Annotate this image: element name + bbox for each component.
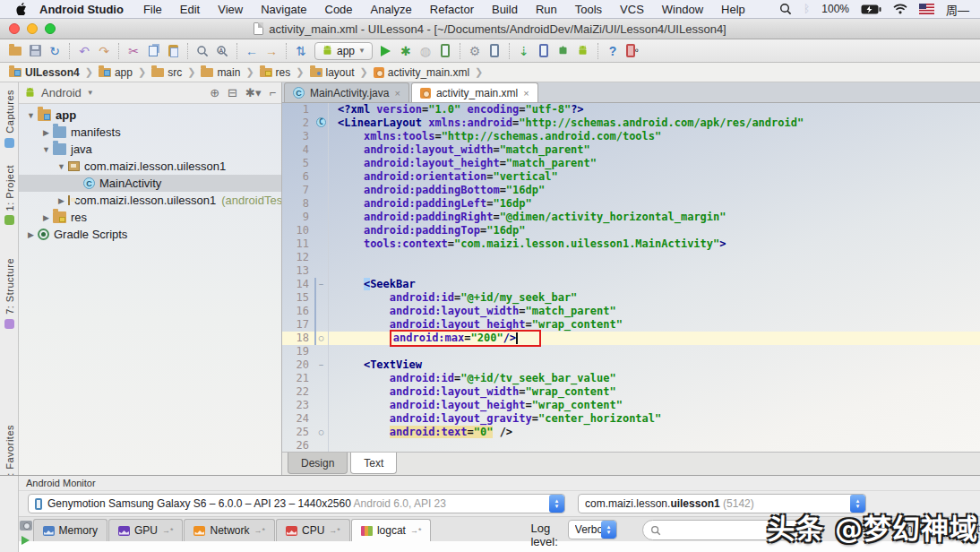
bluetooth-icon[interactable]: ᛒ	[804, 3, 810, 15]
breadcrumb-res[interactable]: res	[258, 66, 293, 79]
open-icon[interactable]	[5, 42, 25, 60]
hide-panel-icon[interactable]: ⌐	[269, 86, 276, 99]
tree-item-com-maizi-lesson-uilesson1[interactable]: ▶com.maizi.lesson.uilesson1(androidTes	[19, 192, 281, 209]
redo-icon[interactable]: ↷	[94, 42, 114, 60]
code-line-6[interactable]: 6 android:orientation="vertical"	[282, 170, 980, 184]
project-view-select[interactable]: Android	[41, 86, 82, 99]
apple-menu-icon[interactable]	[16, 3, 27, 15]
menu-analyze[interactable]: Analyze	[362, 3, 421, 16]
editor-tab-mainactivity-java[interactable]: CMainActivity.java×	[284, 82, 409, 102]
help-icon[interactable]: ?	[603, 42, 623, 60]
code-line-22[interactable]: 22 android:layout_width="wrap_content"	[282, 385, 980, 399]
undo-icon[interactable]: ↶	[74, 42, 94, 60]
monitor-tab-gpu[interactable]: GPU→*	[108, 519, 184, 541]
tree-expand-icon[interactable]: ▶	[39, 128, 53, 137]
code-line-5[interactable]: 5 android:layout_height="match_parent"	[282, 157, 980, 170]
copy-icon[interactable]	[143, 42, 163, 60]
tree-item-app[interactable]: ▼app	[19, 107, 281, 124]
code-line-19[interactable]: 19	[282, 345, 980, 358]
log-level-select[interactable]: Verbose ▲▼	[568, 520, 617, 539]
find-icon[interactable]	[193, 42, 212, 60]
code-line-11[interactable]: 11 tools:context="com.maizi.lesson.uiles…	[282, 237, 980, 251]
code-line-18[interactable]: 18○ android:max="200"/>	[282, 332, 980, 345]
code-line-2[interactable]: 2C<LinearLayout xmlns:android="http://sc…	[282, 116, 980, 130]
monitor-tab-cpu[interactable]: CPU→*	[276, 519, 350, 541]
save-icon[interactable]	[25, 42, 45, 60]
breadcrumb-uilesson4[interactable]: UILesson4	[7, 66, 82, 79]
replace-icon[interactable]: A	[212, 42, 232, 60]
zoom-window-button[interactable]	[45, 23, 56, 34]
battery-icon[interactable]	[861, 4, 881, 14]
menu-android-studio[interactable]: Android Studio	[32, 3, 134, 16]
editor-tab-activity-main-xml[interactable]: activity_main.xml×	[411, 82, 538, 102]
close-tab-icon[interactable]: ×	[394, 88, 400, 99]
sync-project-icon[interactable]: ⇣	[514, 42, 534, 60]
code-line-24[interactable]: 24 android:layout_gravity="center_horizo…	[282, 412, 980, 426]
tree-expand-icon[interactable]: ▶	[39, 213, 53, 222]
gear-icon[interactable]: ✱▾	[245, 86, 261, 99]
paste-icon[interactable]	[163, 42, 183, 60]
coverage-icon[interactable]: ◍	[416, 42, 435, 60]
breadcrumb-src[interactable]: src	[150, 66, 184, 79]
code-line-4[interactable]: 4 android:layout_width="match_parent"	[282, 143, 980, 157]
code-line-26[interactable]: 26	[282, 439, 980, 452]
tree-expand-icon[interactable]: ▶	[55, 196, 68, 205]
tree-item-gradle-scripts[interactable]: ▶Gradle Scripts	[19, 226, 281, 243]
tree-item-java[interactable]: ▼java	[19, 141, 281, 158]
menu-edit[interactable]: Edit	[171, 3, 209, 16]
code-line-23[interactable]: 23 android:layout_height="wrap_content"	[282, 399, 980, 412]
tab-design[interactable]: Design	[288, 453, 348, 474]
code-line-25[interactable]: 25○ android:text="0" />	[282, 426, 980, 439]
settings-wrench-icon[interactable]: ⚙	[465, 42, 485, 60]
cut-icon[interactable]: ✂	[124, 42, 143, 60]
android-monitor-title[interactable]: Android Monitor	[19, 476, 980, 491]
breadcrumb-app[interactable]: app	[97, 66, 134, 79]
breadcrumb-main[interactable]: main	[199, 66, 242, 79]
locate-file-icon[interactable]: ⊕	[210, 86, 219, 99]
breadcrumb-layout[interactable]: layout	[308, 66, 357, 79]
code-line-16[interactable]: 16 android:layout_width="match_parent"	[282, 305, 980, 318]
debug-icon[interactable]: ✱	[396, 42, 416, 60]
avd-manager-icon[interactable]	[485, 42, 504, 60]
tree-expand-icon[interactable]: ▼	[55, 162, 68, 171]
window-title-bar[interactable]: activity_main.xml - UILesson4 - [~/Docum…	[0, 19, 980, 39]
code-line-7[interactable]: 7 android:paddingBottom="16dp"	[282, 184, 980, 197]
screen-record-icon[interactable]: ∞	[623, 42, 642, 60]
code-line-12[interactable]: 12	[282, 251, 980, 264]
monitor-tab-logcat[interactable]: logcat→*	[351, 519, 432, 541]
code-line-13[interactable]: 13	[282, 264, 980, 278]
wifi-icon[interactable]	[893, 4, 907, 14]
run-configuration-select[interactable]: app ▼	[314, 42, 373, 60]
menu-refactor[interactable]: Refactor	[421, 3, 483, 16]
tree-expand-icon[interactable]: ▶	[24, 230, 38, 239]
code-line-10[interactable]: 10 android:paddingTop="16dp"	[282, 224, 980, 237]
screenshot-icon[interactable]	[20, 521, 32, 530]
menu-day-label[interactable]: 周—	[946, 1, 969, 18]
stripe-button-captures[interactable]: Captures	[0, 90, 19, 148]
code-line-15[interactable]: 15 android:id="@+id/my_seek_bar"	[282, 291, 980, 305]
sync-icon[interactable]: ↻	[45, 42, 64, 60]
code-editor[interactable]: 1<?xml version="1.0" encoding="utf-8"?>2…	[282, 103, 980, 452]
forward-icon[interactable]: →	[262, 42, 281, 60]
input-source-flag-icon[interactable]	[919, 4, 934, 14]
minimize-window-button[interactable]	[27, 23, 38, 34]
tree-item-com-maizi-lesson-uilesson1[interactable]: ▼com.maizi.lesson.uilesson1	[19, 158, 281, 175]
compare-icon[interactable]: ⇅	[291, 42, 311, 60]
android-robot-icon[interactable]	[573, 42, 593, 60]
monitor-tab-memory[interactable]: Memory	[33, 519, 107, 541]
sdk-manager-icon[interactable]	[534, 42, 554, 60]
tree-item-manifests[interactable]: ▶manifests	[19, 124, 281, 141]
screen-record-icon[interactable]	[21, 536, 30, 545]
tab-text[interactable]: Text	[350, 453, 397, 474]
close-window-button[interactable]	[9, 23, 20, 34]
menu-build[interactable]: Build	[483, 3, 527, 16]
back-icon[interactable]: ←	[242, 42, 262, 60]
code-line-1[interactable]: 1<?xml version="1.0" encoding="utf-8"?>	[282, 103, 980, 116]
menu-file[interactable]: File	[134, 3, 171, 16]
menu-view[interactable]: View	[209, 3, 252, 16]
code-line-20[interactable]: 20− <TextView	[282, 358, 980, 372]
device-select[interactable]: Genymotion Samsung Galaxy S6 – 6.0.0 – A…	[28, 494, 565, 513]
tree-expand-icon[interactable]: ▼	[39, 145, 53, 154]
stripe-button-project[interactable]: 1: Project	[0, 165, 19, 225]
code-line-14[interactable]: 14− <SeekBar	[282, 278, 980, 291]
